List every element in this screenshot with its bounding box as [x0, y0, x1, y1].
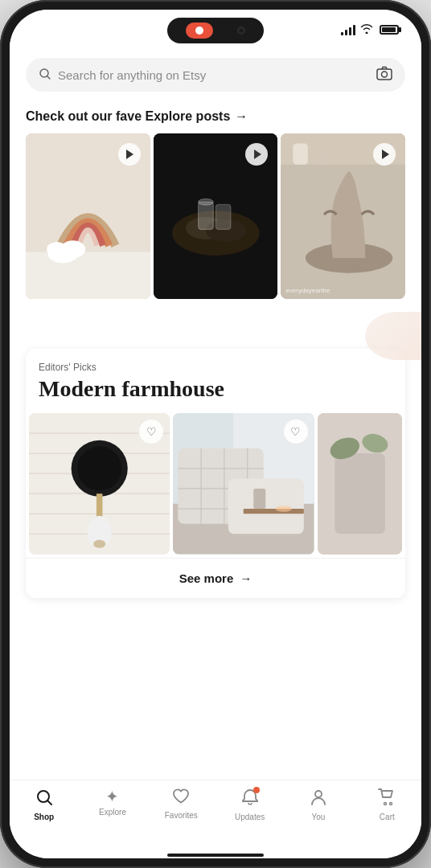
svg-rect-15	[216, 204, 231, 229]
svg-rect-5	[26, 252, 150, 299]
cart-icon	[378, 788, 396, 809]
home-indicator[interactable]	[10, 852, 421, 858]
svg-line-52	[47, 801, 51, 805]
svg-rect-20	[316, 149, 329, 165]
status-bar	[10, 10, 421, 50]
editors-picks-section: Editors' Picks Modern farmhouse	[26, 349, 405, 597]
you-label: You	[312, 813, 326, 821]
notification-dot	[253, 787, 260, 793]
updates-icon-wrapper	[242, 788, 258, 809]
svg-rect-13	[198, 202, 213, 229]
play-button-1[interactable]	[118, 143, 141, 166]
explore-icon: ✦	[105, 788, 119, 805]
home-bar	[167, 854, 264, 857]
signal-icon	[341, 24, 355, 35]
svg-rect-19	[293, 143, 309, 164]
svg-point-46	[276, 506, 292, 512]
phone-frame: Search for anything on Etsy Check out ou…	[0, 0, 431, 868]
cart-label: Cart	[380, 813, 395, 821]
svg-rect-45	[254, 489, 266, 509]
editors-title: Modern farmhouse	[26, 376, 405, 413]
search-bar[interactable]: Search for anything on Etsy	[26, 58, 405, 92]
favorite-button-2[interactable]: ♡	[284, 420, 308, 444]
play-triangle-2	[254, 149, 261, 159]
battery-icon	[380, 25, 399, 35]
svg-point-3	[382, 72, 388, 77]
nav-item-shop[interactable]: Shop	[10, 788, 78, 821]
section-divider	[10, 312, 421, 336]
editors-label: Editors' Picks	[26, 349, 405, 376]
record-dot	[195, 27, 203, 35]
svg-line-1	[47, 76, 51, 79]
favorites-label: Favorites	[165, 811, 198, 820]
wifi-icon	[360, 23, 373, 36]
you-icon	[310, 788, 327, 809]
camera-search-icon[interactable]	[376, 66, 392, 84]
svg-rect-48	[335, 453, 385, 534]
camera-dot	[237, 27, 245, 35]
record-indicator	[186, 23, 213, 39]
updates-label: Updates	[235, 813, 265, 821]
product-card-3[interactable]	[318, 413, 402, 554]
explore-arrow: →	[235, 109, 248, 124]
svg-point-55	[390, 803, 392, 805]
nav-item-updates[interactable]: Updates	[216, 788, 284, 821]
see-more-label: See more	[179, 571, 234, 585]
video-card-1[interactable]	[26, 133, 150, 299]
explore-label: Explore	[99, 808, 126, 817]
phone-screen: Search for anything on Etsy Check out ou…	[10, 10, 421, 858]
video-grid: everydayearthe	[10, 133, 421, 299]
nav-item-explore[interactable]: ✦ Explore	[78, 788, 146, 817]
video-card-2[interactable]	[154, 133, 278, 299]
svg-point-14	[198, 199, 213, 205]
product-card-2[interactable]: ♡	[173, 413, 314, 554]
svg-point-54	[384, 803, 387, 805]
svg-point-32	[93, 540, 105, 548]
svg-rect-44	[244, 509, 304, 514]
see-more-button[interactable]: See more →	[26, 558, 405, 598]
nav-item-favorites[interactable]: Favorites	[147, 788, 216, 820]
svg-point-53	[315, 791, 322, 797]
status-icons	[341, 23, 399, 36]
play-button-3[interactable]	[373, 143, 396, 166]
nav-item-cart[interactable]: Cart	[353, 788, 421, 821]
bottom-nav: Shop ✦ Explore Favorites	[10, 780, 421, 852]
instagram-credit: everydayearthe	[285, 287, 330, 294]
product-card-1[interactable]: ♡	[29, 413, 170, 554]
svg-point-29	[77, 447, 121, 491]
bottom-spacer	[10, 598, 421, 614]
nav-item-you[interactable]: You	[284, 788, 352, 821]
explore-header[interactable]: Check out our fave Explore posts →	[10, 103, 421, 133]
product-grid: ♡	[26, 413, 405, 554]
svg-rect-2	[377, 69, 392, 80]
main-content: Search for anything on Etsy Check out ou…	[10, 50, 421, 780]
shop-label: Shop	[34, 813, 54, 821]
play-triangle-3	[382, 149, 389, 159]
search-container: Search for anything on Etsy	[10, 50, 421, 103]
favorites-icon	[172, 788, 190, 808]
svg-rect-43	[228, 479, 304, 534]
search-icon	[39, 68, 51, 83]
play-triangle-1	[126, 149, 133, 159]
dynamic-island	[167, 18, 264, 43]
explore-heading: Check out our fave Explore posts	[26, 109, 230, 124]
see-more-arrow: →	[240, 571, 252, 585]
svg-point-8	[47, 242, 67, 257]
video-card-3[interactable]: everydayearthe	[281, 133, 405, 299]
shop-icon	[35, 788, 53, 809]
search-placeholder: Search for anything on Etsy	[58, 68, 370, 82]
